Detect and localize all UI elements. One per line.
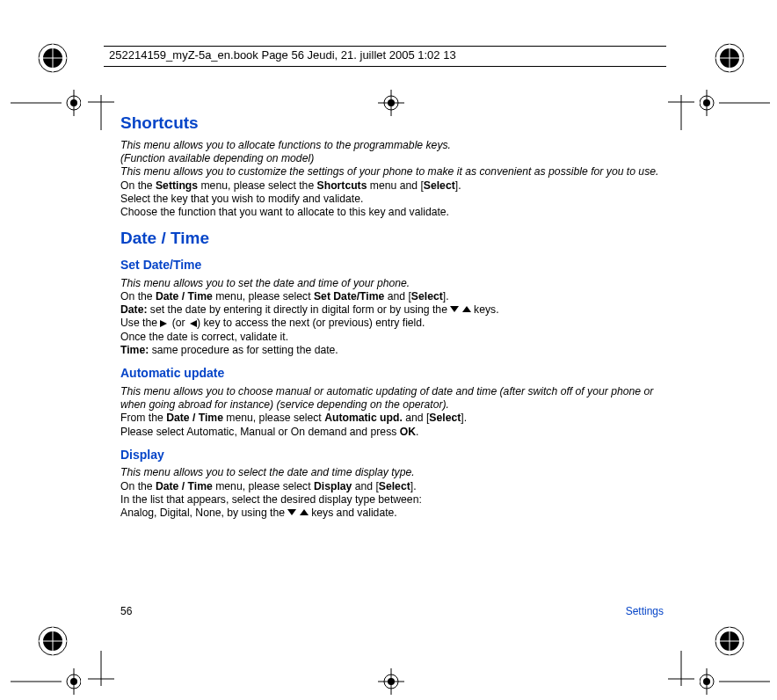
registration-target-tl <box>37 42 69 74</box>
registration-target-br <box>714 625 745 657</box>
crop-mark-bl2 <box>11 668 81 695</box>
up-arrow-icon <box>300 507 309 520</box>
svg-point-47 <box>388 678 395 685</box>
svg-marker-50 <box>160 320 167 327</box>
svg-marker-49 <box>462 306 471 312</box>
svg-marker-48 <box>450 306 459 312</box>
down-arrow-icon <box>287 507 296 520</box>
right-arrow-icon <box>160 317 169 331</box>
display-line2: In the list that appears, select the des… <box>120 493 665 507</box>
shortcuts-intro1: This menu allows you to allocate functio… <box>120 139 665 152</box>
svg-point-31 <box>70 678 77 685</box>
crop-mark-tl <box>11 90 81 116</box>
display-line1: On the Date / Time menu, please select D… <box>120 480 665 493</box>
auto-heading: Automatic update <box>120 366 665 382</box>
setdt-line1: On the Date / Time menu, please select S… <box>120 290 665 303</box>
auto-line1: From the Date / Time menu, please select… <box>120 412 665 425</box>
crop-mark-left2 <box>88 651 114 686</box>
setdt-line5: Time: same procedure as for setting the … <box>120 344 665 357</box>
shortcuts-intro2: (Function available depending on model) <box>120 152 665 165</box>
up-arrow-icon <box>462 303 471 317</box>
shortcuts-line3: Choose the function that you want to all… <box>120 206 665 219</box>
svg-marker-52 <box>287 509 296 515</box>
page-number: 56 <box>120 605 132 617</box>
setdt-heading: Set Date/Time <box>120 258 665 273</box>
header-stamp: 252214159_myZ-5a_en.book Page 56 Jeudi, … <box>109 48 456 62</box>
left-arrow-icon <box>188 317 197 331</box>
crop-mark-tr <box>700 90 770 116</box>
down-arrow-icon <box>450 303 459 317</box>
svg-marker-51 <box>190 320 197 327</box>
setdt-line4: Once the date is correct, validate it. <box>120 331 665 344</box>
crop-mark-right2 <box>668 651 694 686</box>
setdt-intro: This menu allows you to set the date and… <box>120 277 665 290</box>
setdt-line3: Use the (or ) key to access the next (or… <box>120 317 665 330</box>
svg-marker-53 <box>300 509 309 515</box>
crop-mark-br2 <box>700 668 770 695</box>
shortcuts-line1: On the Settings menu, please select the … <box>120 179 665 193</box>
display-intro: This menu allows you to select the date … <box>120 466 665 479</box>
page-section: Settings <box>626 605 664 617</box>
shortcuts-line2: Select the key that you wish to modify a… <box>120 193 665 206</box>
datetime-heading: Date / Time <box>120 228 665 249</box>
crop-mark-right <box>668 95 694 130</box>
svg-point-43 <box>388 99 395 106</box>
setdt-line2: Date: set the date by entering it direct… <box>120 303 665 317</box>
svg-point-23 <box>703 99 710 106</box>
header-bar: 252214159_myZ-5a_en.book Page 56 Jeudi, … <box>104 46 666 67</box>
shortcuts-intro3: This menu allows you to customize the se… <box>120 165 665 179</box>
registration-target-tr <box>714 42 745 74</box>
svg-point-35 <box>703 678 710 685</box>
crop-mark-left <box>88 95 114 130</box>
page-footer: 56 Settings <box>120 605 664 617</box>
registration-target-bl <box>37 625 69 657</box>
auto-intro: This menu allows you to choose manual or… <box>120 385 665 412</box>
page-content: Shortcuts This menu allows you to alloca… <box>120 113 665 520</box>
display-line3: Analog, Digital, None, by using the keys… <box>120 507 665 520</box>
fold-mark-bottom <box>378 668 404 695</box>
display-heading: Display <box>120 448 665 463</box>
shortcuts-heading: Shortcuts <box>120 113 665 134</box>
svg-point-19 <box>70 99 77 106</box>
auto-line2: Please select Automatic, Manual or On de… <box>120 426 665 439</box>
